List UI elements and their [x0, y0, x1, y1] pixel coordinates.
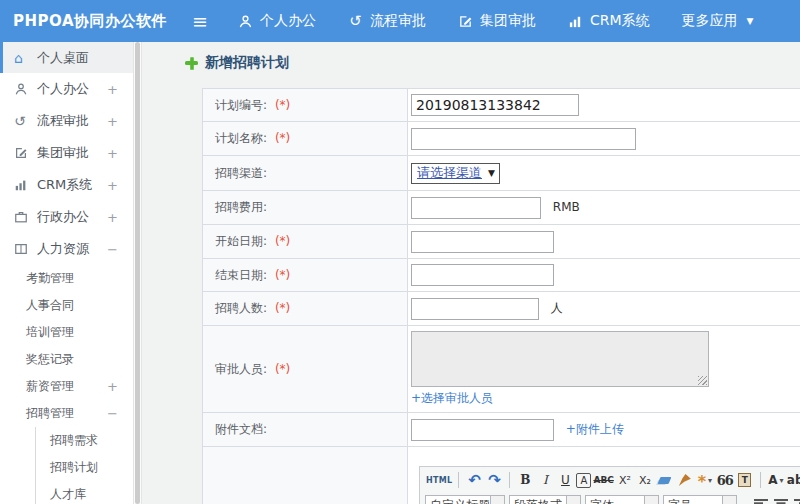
blockquote-icon[interactable]: 66	[716, 471, 734, 490]
top-menu-process-approval[interactable]: ↺ 流程审批	[348, 12, 426, 30]
top-menu-label: 更多应用	[682, 12, 738, 30]
expand-icon[interactable]: +	[107, 114, 133, 129]
sidebar-item-attendance[interactable]: 考勤管理	[0, 265, 133, 292]
sidebar-item-hr-contract[interactable]: 人事合同	[0, 292, 133, 319]
top-menu-label: 流程审批	[370, 12, 426, 30]
sidebar-item-label: 集团审批	[37, 144, 89, 162]
sidebar-item-training[interactable]: 培训管理	[0, 319, 133, 346]
channel-select[interactable]: 请选择渠道 ▼	[411, 163, 500, 184]
subscript-icon[interactable]: X₂	[636, 471, 654, 490]
sidebar-item-reward-record[interactable]: 奖惩记录	[0, 346, 133, 373]
field-label-channel: 招聘渠道:	[203, 156, 408, 191]
underline-icon[interactable]: U	[556, 471, 574, 490]
sidebar-item-personal-office[interactable]: 个人办公 +	[0, 73, 133, 105]
recruit-submenu: 招聘需求 招聘计划 人才库	[35, 427, 133, 504]
expand-icon[interactable]: +	[107, 379, 133, 394]
font-color-icon[interactable]: A ▾	[767, 471, 785, 490]
sidebar-item-personal-desktop[interactable]: ⌂ 个人桌面	[0, 42, 133, 73]
start-date-input[interactable]	[411, 231, 554, 253]
field-label-end-date: 结束日期: (*)	[203, 259, 408, 292]
sidebar-item-group-approval[interactable]: 集团审批 +	[0, 137, 133, 169]
bold-icon[interactable]: B	[516, 471, 534, 490]
sidebar-sub-label: 人才库	[50, 486, 86, 503]
scrollbar-thumb[interactable]	[135, 42, 140, 504]
sidebar-item-hr[interactable]: 人力资源 −	[0, 233, 133, 265]
redo-icon[interactable]: ↷	[485, 471, 503, 490]
sidebar-item-crm[interactable]: CRM系统 +	[0, 169, 133, 201]
align-right-icon[interactable]	[794, 499, 800, 504]
page-title-text: 新增招聘计划	[205, 54, 289, 72]
sidebar-item-talent-pool[interactable]: 人才库	[36, 481, 133, 504]
highlight-color-icon[interactable]: ab ▾	[787, 471, 800, 490]
align-center-icon[interactable]	[774, 499, 788, 504]
sidebar-item-process-approval[interactable]: ↺ 流程审批 +	[0, 105, 133, 137]
rich-text-editor: HTML ↶ ↷ B I U A ABC X²	[419, 466, 800, 504]
select-approvers-link[interactable]: +选择审批人员	[411, 391, 493, 405]
collapse-icon[interactable]: −	[107, 242, 133, 257]
undo-icon[interactable]: ↶	[465, 471, 483, 490]
sidebar-item-recruit-mgmt[interactable]: 招聘管理 −	[0, 400, 133, 427]
required-mark: (*)	[275, 131, 290, 145]
paste-text-icon[interactable]: T	[736, 471, 754, 490]
main-content: 新增招聘计划 计划编号: (*) 计划名称: (*)	[142, 42, 800, 504]
html-source-button[interactable]: HTML	[426, 471, 452, 490]
chevron-down-icon: ▼	[488, 168, 495, 178]
expand-icon[interactable]: +	[107, 146, 133, 161]
plan-number-input[interactable]	[411, 94, 579, 116]
edit-square-icon	[14, 146, 29, 160]
plus-icon	[185, 57, 198, 70]
chevron-down-icon: ▾	[780, 476, 784, 485]
end-date-input[interactable]	[411, 264, 554, 286]
recruit-plan-form: 计划编号: (*) 计划名称: (*) 招聘渠道	[202, 88, 800, 504]
home-icon: ⌂	[14, 51, 29, 65]
sidebar-sub-label: 薪资管理	[26, 378, 74, 395]
field-label-start-date: 开始日期: (*)	[203, 225, 408, 259]
sidebar-sub-label: 考勤管理	[26, 270, 74, 287]
upload-attachment-link[interactable]: +附件上传	[566, 422, 624, 436]
field-label-headcount: 招聘人数: (*)	[203, 292, 408, 326]
currency-suffix: RMB	[553, 200, 580, 214]
chevron-down-icon: ▾	[723, 495, 737, 504]
auto-format-icon[interactable]: * ▾	[696, 471, 714, 490]
sidebar-item-salary[interactable]: 薪资管理 +	[0, 373, 133, 400]
chevron-down-icon: ▾	[567, 495, 581, 504]
align-left-icon[interactable]	[754, 499, 768, 504]
top-menu-personal-office[interactable]: 个人办公	[238, 12, 316, 30]
sidebar-item-admin-office[interactable]: 行政办公 +	[0, 201, 133, 233]
page-title: 新增招聘计划	[185, 53, 800, 73]
paragraph-format-dropdown[interactable]: 段落格式 ▾	[509, 495, 581, 504]
hamburger-menu-icon[interactable]: ≡	[192, 12, 208, 31]
top-menu-crm[interactable]: CRM系统	[568, 12, 650, 30]
process-cycle-icon: ↺	[348, 14, 363, 29]
expand-icon[interactable]: +	[107, 178, 133, 193]
eraser-icon[interactable]	[656, 471, 674, 490]
custom-heading-dropdown[interactable]: 自定义标题 ▾	[425, 495, 505, 504]
plan-name-input[interactable]	[411, 128, 636, 150]
strikethrough-icon[interactable]: ABC	[593, 471, 613, 490]
chevron-down-icon: ▾	[708, 476, 712, 485]
font-style-icon[interactable]: A	[576, 473, 591, 488]
italic-icon[interactable]: I	[536, 471, 554, 490]
expand-icon[interactable]: +	[107, 210, 133, 225]
headcount-input[interactable]	[411, 298, 539, 320]
field-label-plan-name: 计划名称: (*)	[203, 122, 408, 156]
fee-input[interactable]	[411, 197, 541, 219]
sidebar-item-recruit-demand[interactable]: 招聘需求	[36, 427, 133, 454]
superscript-icon[interactable]: X²	[616, 471, 634, 490]
resize-grip[interactable]	[698, 376, 707, 385]
top-menu-more-apps[interactable]: 更多应用 ▼	[682, 12, 754, 30]
attachment-input[interactable]	[411, 419, 554, 441]
font-family-dropdown[interactable]: 字体 ▾	[585, 495, 659, 504]
approvers-textarea[interactable]	[411, 331, 709, 387]
expand-icon[interactable]: +	[107, 82, 133, 97]
sidebar-scrollbar[interactable]	[134, 42, 142, 504]
top-menu-group-approval[interactable]: 集团审批	[458, 12, 536, 30]
person-icon	[14, 82, 29, 96]
font-size-dropdown[interactable]: 字号 ▾	[663, 495, 737, 504]
sidebar-item-label: 个人办公	[37, 80, 89, 98]
sidebar-item-recruit-plan[interactable]: 招聘计划	[36, 454, 133, 481]
required-mark: (*)	[275, 268, 290, 282]
collapse-icon[interactable]: −	[107, 406, 133, 421]
format-brush-icon[interactable]	[676, 471, 694, 490]
app-logo: PHPOA协同办公软件	[0, 12, 178, 31]
